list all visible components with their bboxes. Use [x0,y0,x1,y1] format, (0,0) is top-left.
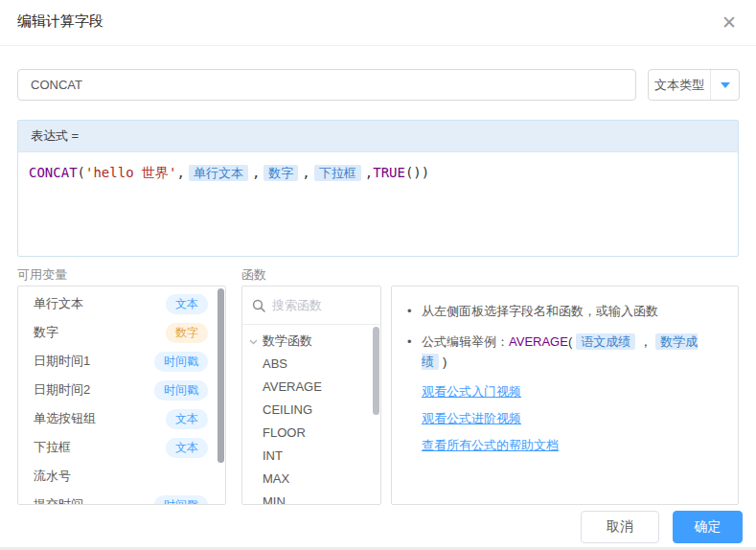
function-item[interactable]: INT [242,445,380,468]
link-intro-video[interactable]: 观看公式入门视频 [422,382,722,401]
code-comma: , [252,165,260,180]
search-icon [252,299,265,312]
code-paren: () [405,165,422,180]
field-token: 语文成绩 [576,333,635,350]
variable-item[interactable]: 日期时间1 时间戳 [18,347,225,376]
expression-code-area[interactable]: CONCAT('hello 世界',单行文本,数字,下拉框,TRUE()) [18,152,738,194]
field-token: 下拉框 [314,165,361,181]
variable-item[interactable]: 下拉框 文本 [18,433,225,462]
bullet-icon: • [407,332,422,372]
type-badge: 文本 [166,294,208,314]
field-token: 单行文本 [189,165,248,181]
type-badge: 文本 [166,438,208,458]
code-function: TRUE [373,165,405,180]
code-comma: , [302,165,309,180]
chevron-down-icon [711,70,739,100]
function-item[interactable]: CEILING [242,399,380,422]
help-tip: • 从左侧面板选择字段名和函数，或输入函数 [407,301,722,321]
field-type-value: 文本类型 [649,70,711,100]
code-paren: ) [422,165,429,180]
code-paren: ( [78,165,85,180]
variables-list: 单行文本 文本 数字 数字 日期时间1 时间戳 日期时间2 时间戳 单选按钮组 … [17,286,226,505]
field-token: 数字 [263,165,298,181]
code-string: 'hello 世界' [85,165,176,180]
code-function: AVERAGE [509,334,568,349]
link-advanced-video[interactable]: 观看公式进阶视频 [422,409,722,428]
dialog-header: 编辑计算字段 ✕ [0,0,756,46]
help-links: 观看公式入门视频 观看公式进阶视频 查看所有公式的帮助文档 [407,382,722,455]
functions-panel-label: 函数 [241,266,266,284]
type-badge: 文本 [166,409,208,429]
function-search-input[interactable] [272,298,368,312]
type-badge: 时间戳 [154,495,208,506]
type-badge: 数字 [166,323,208,343]
function-item[interactable]: ABS [242,353,380,376]
field-name-input[interactable] [17,69,636,101]
variable-item[interactable]: 单行文本 文本 [18,289,225,318]
variable-item[interactable]: 提交时间 时间戳 [18,491,225,505]
link-help-docs[interactable]: 查看所有公式的帮助文档 [422,436,722,455]
type-badge: 时间戳 [154,352,208,372]
functions-panel: 数学函数 ABS AVERAGE CEILING FLOOR INT MAX M… [241,286,381,505]
functions-scrollbar[interactable] [373,327,379,415]
code-comma: , [365,165,373,180]
function-item[interactable]: MAX [242,468,380,491]
close-icon[interactable]: ✕ [716,9,743,35]
confirm-button[interactable]: 确定 [673,511,743,543]
help-panel: • 从左侧面板选择字段名和函数，或输入函数 • 公式编辑举例：AVERAGE(语… [391,286,739,505]
code-function: CONCAT [29,165,78,180]
function-item[interactable]: MIN [242,491,380,505]
chevron-down-icon [248,336,259,347]
field-type-select[interactable]: 文本类型 [648,69,740,101]
function-item[interactable]: AVERAGE [242,376,380,399]
type-badge: 时间戳 [154,380,208,401]
expression-editor: 表达式 = CONCAT('hello 世界',单行文本,数字,下拉框,TRUE… [17,120,739,257]
function-group-math[interactable]: 数学函数 [242,330,380,353]
expression-label: 表达式 = [18,121,738,152]
variable-item[interactable]: 数字 数字 [18,318,225,347]
function-tree: 数学函数 ABS AVERAGE CEILING FLOOR INT MAX M… [242,325,380,505]
variable-item[interactable]: 单选按钮组 文本 [18,404,225,433]
variable-item[interactable]: 流水号 [18,462,225,491]
help-tip-example: • 公式编辑举例：AVERAGE(语文成绩，数学成绩) [407,332,722,372]
cancel-button[interactable]: 取消 [581,511,659,543]
variables-scrollbar[interactable] [218,288,224,463]
function-search[interactable] [242,286,380,325]
variables-panel-label: 可用变量 [17,266,67,284]
bullet-icon: • [407,301,422,321]
function-item[interactable]: FLOOR [242,422,380,445]
dialog-title: 编辑计算字段 [17,12,103,31]
code-comma: , [176,165,184,180]
variable-item[interactable]: 日期时间2 时间戳 [18,376,225,404]
